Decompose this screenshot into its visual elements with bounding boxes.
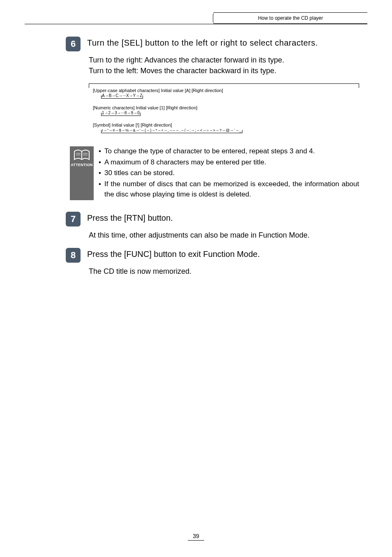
step-7-badge: 7: [66, 212, 81, 226]
step-6-body-l2: Turn to the left: Moves the character ba…: [89, 65, 359, 76]
attention-text: •To change the type of character to be e…: [94, 146, 359, 200]
upper-case-sequence: →A→B→C→···X→Y→Z: [101, 93, 143, 99]
attention-bullet-1: To change the type of character to be en…: [104, 146, 359, 157]
attention-block: ATTENTION •To change the type of charact…: [70, 146, 359, 200]
step-7-title: Press the [RTN] button.: [87, 213, 367, 223]
breadcrumb: How to operate the CD player: [214, 12, 367, 24]
symbol-sequence: → !→"→#→$→%→&→'→(→)→*→+→,→–→.→/→:→;→<→=→…: [101, 128, 242, 133]
step-8-title: Press the [FUNC] button to exit Function…: [87, 250, 367, 259]
step-6-title: Turn the [SEL] button to the left or rig…: [87, 38, 367, 48]
step-7-body: At this time, other adjustments can also…: [89, 230, 359, 240]
character-diagram: [Upper-case alphabet characters] Initial…: [89, 83, 359, 136]
page-number-rule: [188, 540, 204, 541]
numeric-label: [Numeric characters] Initial value [1] […: [93, 105, 359, 110]
attention-bullet-2: A maximum of 8 characters may be entered…: [104, 157, 359, 168]
upper-case-label: [Upper-case alphabet characters] Initial…: [93, 88, 359, 93]
book-icon: [74, 150, 90, 162]
numeric-sequence: →1→2→3→···8→9→0: [101, 111, 141, 116]
step-8-body: The CD title is now memorized.: [89, 266, 359, 277]
header-rule: [25, 24, 367, 24]
attention-label: ATTENTION: [71, 163, 93, 167]
step-6-body-l1: Turn to the right: Advances the characte…: [89, 55, 359, 65]
step-8-badge: 8: [66, 248, 81, 263]
symbol-label: [Symbol] Initial value [!] [Right direct…: [93, 122, 359, 127]
step-8: 8 Press the [FUNC] button to exit Functi…: [25, 248, 367, 263]
attention-bullet-4: If the number of discs that can be memor…: [104, 179, 359, 199]
page-number-value: 39: [193, 533, 199, 539]
page-number: 39: [0, 533, 392, 541]
breadcrumb-text: How to operate the CD player: [258, 15, 323, 21]
step-6: 6 Turn the [SEL] button to the left or r…: [25, 37, 367, 51]
step-6-badge: 6: [66, 37, 81, 51]
step-7: 7 Press the [RTN] button.: [25, 212, 367, 226]
attention-bullet-3: 30 titles can be stored.: [104, 168, 359, 178]
step-6-body: Turn to the right: Advances the characte…: [89, 55, 359, 76]
attention-sidebar: ATTENTION: [70, 146, 94, 200]
